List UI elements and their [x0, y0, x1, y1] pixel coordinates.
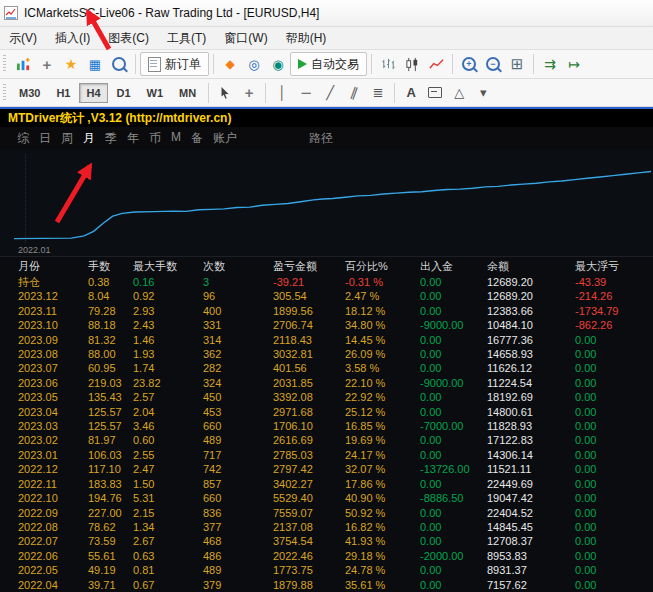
cell-max-float-loss: -214.26 — [575, 289, 653, 303]
bar-chart-button[interactable] — [376, 52, 400, 76]
chart-shift-icon: ↦ — [568, 56, 580, 72]
auto-scroll-button[interactable]: ⇉ — [538, 52, 562, 76]
cell-month: 2023.10 — [18, 318, 88, 332]
menu-tools[interactable]: 工具(T) — [158, 27, 215, 50]
cell-max-float-loss: 0.00 — [575, 333, 653, 347]
mtdriver-tab-year[interactable]: 年 — [127, 130, 139, 147]
cell-month: 2023.12 — [18, 289, 88, 303]
menu-view[interactable]: 示(V) — [0, 27, 46, 50]
text-tool-button[interactable]: A — [399, 81, 423, 105]
cell-deposit: -7000.00 — [420, 419, 487, 433]
toolbar-grip[interactable] — [3, 84, 6, 102]
cell-balance: 19047.42 — [487, 491, 575, 505]
text-label-button[interactable] — [423, 81, 447, 105]
zoom-in-button[interactable]: + — [457, 52, 481, 76]
cell-month: 2023.03 — [18, 419, 88, 433]
new-order-icon — [148, 57, 161, 72]
candlestick-button[interactable] — [400, 52, 424, 76]
equity-chart[interactable]: 2022.01 — [0, 150, 653, 257]
channel-button[interactable]: ∥ — [342, 81, 366, 105]
mtdriver-tab-note[interactable]: 备 — [191, 130, 203, 147]
cell-profit: 7559.07 — [273, 506, 345, 520]
shapes-button[interactable]: △ — [447, 81, 471, 105]
timeframe-h1[interactable]: H1 — [49, 83, 77, 103]
mtdriver-panel: MTDriver统计 ,V3.12 (http://mtdriver.cn) 综… — [0, 107, 653, 592]
drawing-tools-dropdown[interactable]: ▾ — [471, 81, 495, 105]
cell-deposit: 0.00 — [420, 333, 487, 347]
cell-percent: 41.93 % — [345, 534, 420, 548]
cell-month: 2022.07 — [18, 534, 88, 548]
channel-icon: ∥ — [349, 84, 360, 100]
mtdriver-tab-currency[interactable]: 币 — [149, 130, 161, 147]
vertical-line-button[interactable]: │ — [270, 81, 294, 105]
toolbar-grip[interactable] — [3, 55, 6, 73]
chart-shift-button[interactable]: ↦ — [562, 52, 586, 76]
mtdriver-tab-day[interactable]: 日 — [39, 130, 51, 147]
timeframe-group: M30H1H4D1W1MN — [11, 83, 204, 103]
new-chart-button[interactable] — [11, 52, 35, 76]
mtdriver-tab-summary[interactable]: 综 — [17, 130, 29, 147]
fibonacci-button[interactable]: ≣ — [366, 81, 390, 105]
mtdriver-tab-path[interactable]: 路径 — [309, 130, 333, 147]
cell-max-lots: 0.67 — [133, 578, 203, 592]
table-row-3: 2023.1088.182.433312706.7434.80 %-9000.0… — [0, 318, 653, 332]
auto-trading-button[interactable]: 自动交易 — [290, 52, 367, 76]
menu-help[interactable]: 帮助(H) — [277, 27, 336, 50]
mtdriver-tab-week[interactable]: 周 — [61, 130, 73, 147]
timeframe-h4[interactable]: H4 — [79, 83, 107, 103]
mtdriver-tab-month[interactable]: 月 — [83, 130, 95, 147]
chart-window-button[interactable]: ▦ — [83, 52, 107, 76]
cell-max-lots: 0.92 — [133, 289, 203, 303]
cell-max-float-loss: 0.00 — [575, 448, 653, 462]
cell-max-float-loss: 0.00 — [575, 390, 653, 404]
horizontal-line-icon: ─ — [302, 85, 311, 100]
window-titlebar: ICMarketsSC-Live06 - Raw Trading Ltd - [… — [0, 0, 653, 27]
mtdriver-tab-account[interactable]: 账户 — [213, 130, 237, 147]
trendline-icon: ╱ — [326, 85, 334, 100]
menu-charts[interactable]: 图表(C) — [99, 27, 158, 50]
indicators-button[interactable]: ◆ — [218, 52, 242, 76]
zoom-out-button[interactable]: − — [481, 52, 505, 76]
cell-max-float-loss: 0.00 — [575, 405, 653, 419]
mtdriver-tab-quarter[interactable]: 季 — [105, 130, 117, 147]
table-row-13: 2022.12117.102.477422797.4232.07 %-13726… — [0, 462, 653, 476]
cell-max-float-loss: 0.00 — [575, 520, 653, 534]
cursor-button[interactable] — [213, 81, 237, 105]
favorites-button[interactable]: ★ — [59, 52, 83, 76]
chart-preview-button[interactable] — [107, 52, 131, 76]
cell-max-float-loss: 0.00 — [575, 462, 653, 476]
crosshair-button[interactable]: + — [237, 81, 261, 105]
pan-chart-button[interactable]: + — [35, 52, 59, 76]
horizontal-line-button[interactable]: ─ — [294, 81, 318, 105]
tile-windows-icon: ⊞ — [511, 55, 524, 73]
cell-month: 2023.04 — [18, 405, 88, 419]
community-button[interactable]: ◎ — [242, 52, 266, 76]
mtdriver-title-text: MTDriver统计 ,V3.12 (http://mtdriver.cn) — [8, 110, 231, 127]
mtdriver-tabs: 综日周月季年币M备账户 — [17, 130, 237, 147]
timeframe-mn[interactable]: MN — [172, 83, 203, 103]
tile-windows-button[interactable]: ⊞ — [505, 52, 529, 76]
mtdriver-tab-magic[interactable]: M — [171, 130, 181, 147]
trendline-button[interactable]: ╱ — [318, 81, 342, 105]
toolbar-separator — [213, 54, 214, 74]
play-icon — [298, 59, 307, 69]
cell-profit: 2785.03 — [273, 448, 345, 462]
cell-max-lots: 2.67 — [133, 534, 203, 548]
cell-deposit: -9000.00 — [420, 318, 487, 332]
cell-max-float-loss: -862.26 — [575, 318, 653, 332]
cell-month: 2023.05 — [18, 390, 88, 404]
market-button[interactable]: ◉ — [266, 52, 290, 76]
cell-lots: 117.10 — [88, 462, 133, 476]
timeframe-w1[interactable]: W1 — [140, 83, 171, 103]
line-chart-button[interactable] — [424, 52, 448, 76]
cell-percent: 14.45 % — [345, 333, 420, 347]
menu-insert[interactable]: 插入(I) — [46, 27, 99, 50]
new-order-button[interactable]: 新订单 — [140, 52, 209, 76]
cell-percent: 22.10 % — [345, 376, 420, 390]
cell-trades: 377 — [203, 520, 273, 534]
timeframe-m30[interactable]: M30 — [12, 83, 47, 103]
header-balance: 余额 — [487, 257, 575, 275]
cell-lots: 194.76 — [88, 491, 133, 505]
menu-window[interactable]: 窗口(W) — [215, 27, 276, 50]
timeframe-d1[interactable]: D1 — [110, 83, 138, 103]
